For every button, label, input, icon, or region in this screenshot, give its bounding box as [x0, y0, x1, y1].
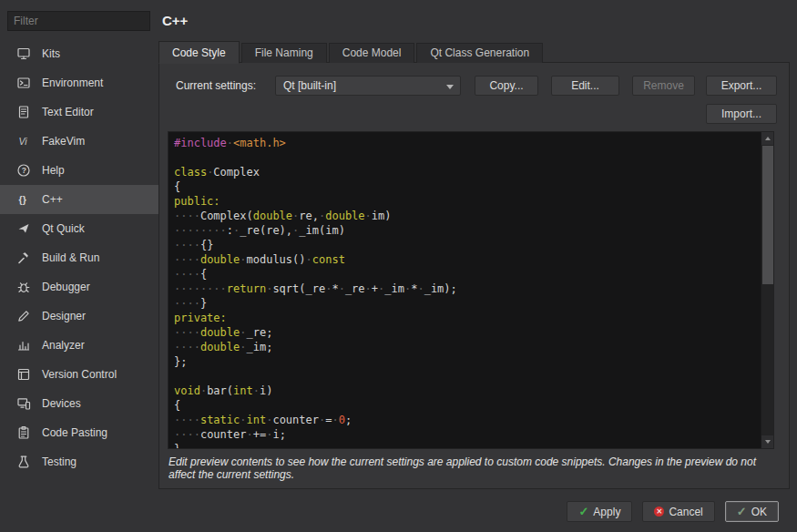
testing-icon: [15, 454, 32, 470]
sidebar-item-label: Version Control: [42, 368, 117, 381]
arrow-up-icon: [765, 137, 771, 140]
tab-code-model[interactable]: Code Model: [329, 43, 415, 63]
sidebar-item-qt-quick[interactable]: Qt Quick: [0, 214, 158, 243]
scrollbar[interactable]: [761, 132, 773, 448]
cancel-button-label: Cancel: [669, 506, 702, 518]
sidebar-item-text-editor[interactable]: Text Editor: [0, 97, 158, 127]
copy-button[interactable]: Copy...: [475, 76, 538, 96]
settings-combobox[interactable]: Qt [built-in]: [275, 76, 461, 96]
sidebar-item-label: Qt Quick: [42, 222, 85, 235]
sidebar-item-analyzer[interactable]: Analyzer: [0, 331, 158, 360]
analyzer-icon: [15, 337, 32, 353]
filter-input[interactable]: [7, 11, 150, 31]
sidebar-item-help[interactable]: ? Help: [0, 156, 158, 185]
svg-text:{}: {}: [19, 194, 26, 205]
devices-icon: [15, 395, 32, 412]
dialog-buttons: ✓ Apply ✕ Cancel ✓ OK: [567, 501, 779, 522]
fakevim-icon: Vi: [15, 133, 32, 149]
sidebar-item-label: Kits: [42, 47, 60, 60]
sidebar-item-environment[interactable]: Environment: [0, 68, 158, 97]
tab-qt-class-generation[interactable]: Qt Class Generation: [416, 43, 543, 63]
sidebar-item-label: FakeVim: [42, 135, 85, 148]
code-style-pane: Current settings: Qt [built-in] Copy... …: [158, 62, 790, 489]
sidebar-item-label: Build & Run: [42, 251, 99, 264]
check-icon: ✓: [578, 505, 588, 518]
sidebar-item-devices[interactable]: Devices: [0, 389, 158, 418]
ok-button-label: OK: [751, 506, 767, 518]
text-editor-icon: [15, 104, 32, 120]
scroll-thumb[interactable]: [762, 146, 773, 284]
sidebar-item-label: Designer: [42, 310, 86, 322]
remove-button: Remove: [632, 76, 695, 96]
edit-button[interactable]: Edit...: [551, 76, 619, 96]
qt-quick-icon: [15, 220, 32, 237]
sidebar-item-build-run[interactable]: Build & Run: [0, 243, 158, 272]
arrow-down-icon: [765, 440, 771, 444]
code-preview[interactable]: #include·<math.h> class·Complex{public:·…: [168, 131, 774, 449]
help-icon: ?: [15, 162, 32, 179]
tab-file-naming[interactable]: File Naming: [241, 43, 327, 63]
apply-button-label: Apply: [593, 506, 620, 518]
current-settings-label: Current settings:: [176, 79, 256, 92]
ok-button[interactable]: ✓ OK: [725, 501, 779, 522]
cpp-icon: {}: [15, 191, 32, 208]
sidebar-item-code-pasting[interactable]: Code Pasting: [0, 418, 158, 447]
sidebar-item-testing[interactable]: Testing: [0, 447, 158, 476]
settings-combobox-value: Qt [built-in]: [283, 79, 336, 92]
sidebar-item-version-control[interactable]: Version Control: [0, 360, 158, 389]
code-pasting-icon: [15, 425, 32, 441]
preview-note: Edit preview contents to see how the cur…: [169, 455, 777, 482]
designer-icon: [15, 308, 32, 324]
scroll-down-button[interactable]: [761, 435, 774, 448]
ok-check-icon: ✓: [737, 505, 747, 518]
chevron-down-icon: [446, 85, 454, 89]
svg-text:Vi: Vi: [19, 136, 28, 147]
sidebar-item-fakevim[interactable]: Vi FakeVim: [0, 127, 158, 156]
sidebar-item-label: Text Editor: [42, 106, 94, 118]
sidebar-item-debugger[interactable]: Debugger: [0, 272, 158, 302]
version-control-icon: [15, 366, 32, 383]
svg-text:?: ?: [22, 166, 26, 175]
sidebar-item-label: Environment: [42, 77, 103, 89]
sidebar-item-kits[interactable]: Kits: [0, 39, 158, 68]
scroll-up-button[interactable]: [761, 132, 774, 145]
environment-icon: [15, 75, 32, 91]
kits-icon: [15, 46, 32, 62]
sidebar-item-label: Testing: [42, 455, 77, 468]
sidebar-item-label: C++: [42, 193, 63, 206]
sidebar-item-designer[interactable]: Designer: [0, 302, 158, 331]
sidebar-item-cpp[interactable]: {} C++: [0, 185, 158, 214]
sidebar-item-label: Code Pasting: [42, 426, 107, 439]
sidebar-item-label: Analyzer: [42, 339, 85, 352]
code-lines: #include·<math.h> class·Complex{public:·…: [174, 136, 759, 449]
settings-category-list: Kits Environment Text Editor Vi FakeVim …: [0, 39, 158, 476]
build-run-icon: [15, 250, 32, 266]
apply-button[interactable]: ✓ Apply: [567, 501, 632, 522]
options-dialog: Kits Environment Text Editor Vi FakeVim …: [0, 0, 797, 532]
tab-code-style[interactable]: Code Style: [158, 41, 240, 64]
sidebar-item-label: Help: [42, 164, 65, 177]
debugger-icon: [15, 279, 32, 295]
import-button[interactable]: Import...: [706, 104, 777, 124]
cancel-button[interactable]: ✕ Cancel: [642, 501, 714, 522]
export-button[interactable]: Export...: [706, 76, 777, 96]
sidebar-item-label: Devices: [42, 397, 81, 410]
page-title: C++: [162, 13, 188, 28]
tab-bar: Code Style File Naming Code Model Qt Cla…: [158, 40, 545, 63]
cancel-icon: ✕: [654, 506, 664, 517]
sidebar-item-label: Debugger: [42, 281, 90, 293]
